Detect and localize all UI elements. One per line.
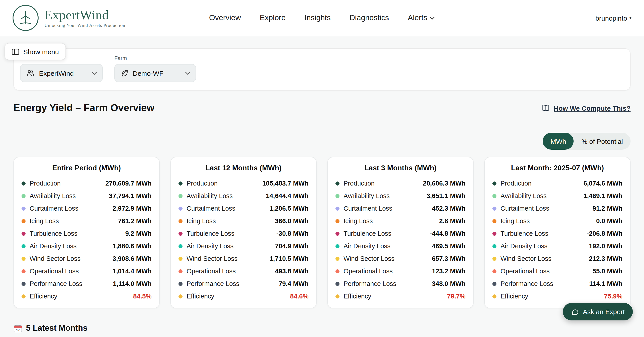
farm-select[interactable]: Demo-WF	[114, 64, 196, 82]
metric-label: Icing Loss	[500, 217, 530, 225]
metric-value: 270,609.7 MWh	[106, 180, 152, 187]
ask-expert-button[interactable]: Ask an Expert	[562, 303, 633, 321]
how-we-compute-label: How We Compute This?	[554, 104, 630, 112]
metric-row: Wind Sector Loss3,908.6 MWh	[22, 252, 152, 265]
card-title: Last 3 Months (MWh)	[336, 164, 466, 172]
metric-dot	[22, 257, 26, 261]
wind-turbine-icon	[12, 5, 38, 31]
nav-item-overview[interactable]: Overview	[209, 13, 241, 22]
metric-value: 14,644.4 MWh	[266, 192, 308, 199]
metric-label: Production	[500, 180, 532, 187]
chat-bubble-icon	[571, 308, 579, 316]
metric-label: Wind Sector Loss	[500, 255, 552, 262]
metric-row: Operational Loss493.8 MWh	[178, 265, 308, 277]
metric-dot	[336, 282, 340, 286]
nav-item-diagnostics[interactable]: Diagnostics	[350, 13, 389, 22]
metric-row: Turbulence Loss9.2 MWh	[22, 227, 152, 240]
metric-row: Performance Loss114.1 MWh	[492, 277, 622, 290]
toggle-option-percent[interactable]: % of Potential	[574, 133, 630, 150]
metric-dot	[178, 219, 182, 223]
leaf-icon	[120, 69, 129, 77]
show-menu-button[interactable]: Show menu	[4, 43, 66, 60]
metric-row: Curtailment Loss1,206.5 MWh	[178, 202, 308, 215]
metric-value: -206.8 MWh	[586, 230, 622, 237]
toggle-option-mwh[interactable]: MWh	[543, 133, 574, 150]
metric-dot	[336, 257, 340, 261]
metric-dot	[22, 232, 26, 236]
metric-dot	[336, 244, 340, 248]
metric-label: Efficiency	[344, 293, 371, 300]
metric-label: Performance Loss	[500, 280, 553, 287]
metric-label: Performance Loss	[186, 280, 239, 287]
metric-row: Performance Loss79.4 MWh	[178, 277, 308, 290]
metric-dot	[492, 232, 496, 236]
metric-value: 9.2 MWh	[125, 230, 152, 237]
metric-label: Operational Loss	[30, 268, 79, 275]
metric-label: Production	[186, 180, 218, 187]
metric-value: 2,972.9 MWh	[112, 205, 152, 212]
metric-dot	[492, 282, 496, 286]
metric-row: Icing Loss0.0 MWh	[492, 215, 622, 227]
metric-label: Operational Loss	[344, 268, 393, 275]
metric-dot	[22, 282, 26, 286]
metric-label: Icing Loss	[344, 217, 373, 225]
metric-label: Availability Loss	[344, 192, 390, 199]
metric-dot	[22, 269, 26, 273]
nav-item-label: Insights	[304, 13, 331, 22]
metric-row: Availability Loss37,794.1 MWh	[22, 190, 152, 202]
metric-row: Icing Loss366.0 MWh	[178, 215, 308, 227]
metric-label: Curtailment Loss	[344, 205, 392, 212]
metric-row: Efficiency75.9%	[492, 290, 622, 303]
user-name: brunopinto	[595, 14, 627, 22]
sidebar-panel-icon	[12, 48, 19, 55]
metric-dot	[492, 219, 496, 223]
nav-item-explore[interactable]: Explore	[260, 13, 286, 22]
metric-row: Air Density Loss1,880.6 MWh	[22, 240, 152, 252]
metric-row: Icing Loss761.2 MWh	[22, 215, 152, 227]
team-select[interactable]: ExpertWind	[20, 64, 103, 82]
metric-value: 75.9%	[604, 293, 622, 300]
metric-cards-row: Entire Period (MWh) Production270,609.7 …	[14, 157, 630, 308]
metric-value: 37,794.1 MWh	[109, 192, 152, 199]
unit-toggle: MWh % of Potential	[543, 133, 630, 150]
brand-name: ExpertWind	[44, 8, 125, 22]
header: ExpertWind Unlocking Your Wind Assets Pr…	[0, 0, 644, 36]
user-menu[interactable]: brunopinto ▾	[595, 14, 632, 22]
metric-row: Production6,074.6 MWh	[492, 177, 622, 190]
metric-row: Performance Loss1,114.0 MWh	[22, 277, 152, 290]
metric-value: 0.0 MWh	[596, 217, 622, 225]
brand-text: ExpertWind Unlocking Your Wind Assets Pr…	[44, 8, 125, 28]
metric-value: 1,469.1 MWh	[584, 192, 622, 199]
metric-value: 55.0 MWh	[592, 268, 622, 275]
metric-value: 123.2 MWh	[432, 268, 466, 275]
metric-dot	[178, 269, 182, 273]
calendar-icon: 17	[14, 324, 22, 333]
metric-value: 348.0 MWh	[432, 280, 466, 287]
metric-row: Operational Loss1,014.4 MWh	[22, 265, 152, 277]
metric-list: Production20,606.3 MWhAvailability Loss3…	[336, 177, 466, 303]
brand-logo[interactable]: ExpertWind Unlocking Your Wind Assets Pr…	[12, 5, 125, 31]
metric-row: Efficiency79.7%	[336, 290, 466, 303]
card-last-month: Last Month: 2025-07 (MWh) Production6,07…	[484, 157, 630, 308]
show-menu-label: Show menu	[23, 48, 59, 55]
how-we-compute-link[interactable]: How We Compute This?	[541, 103, 630, 112]
metric-row: Availability Loss1,469.1 MWh	[492, 190, 622, 202]
metric-label: Turbulence Loss	[30, 230, 77, 237]
metric-dot	[22, 206, 26, 210]
metric-label: Air Density Loss	[500, 242, 548, 250]
metric-label: Turbulence Loss	[500, 230, 548, 237]
metric-value: 1,014.4 MWh	[112, 268, 152, 275]
nav-item-alerts[interactable]: Alerts	[408, 13, 435, 22]
metric-value: 2.8 MWh	[439, 217, 466, 225]
metric-label: Efficiency	[30, 293, 58, 300]
metric-label: Turbulence Loss	[186, 230, 234, 237]
metric-value: 3,908.6 MWh	[112, 255, 152, 262]
metric-label: Air Density Loss	[186, 242, 234, 250]
metric-dot	[178, 206, 182, 210]
unit-toggle-row: MWh % of Potential	[543, 133, 630, 150]
metric-value: 79.7%	[447, 293, 466, 300]
metric-value: -444.8 MWh	[430, 230, 466, 237]
metric-value: 6,074.6 MWh	[584, 180, 622, 187]
nav-item-insights[interactable]: Insights	[304, 13, 331, 22]
farm-select-value: Demo-WF	[133, 69, 164, 77]
